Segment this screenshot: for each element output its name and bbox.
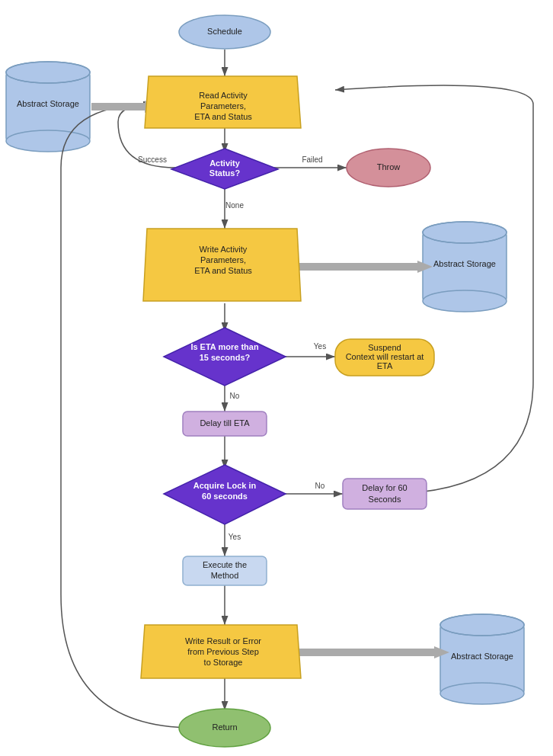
activity-status-label-1: Activity bbox=[209, 159, 241, 168]
write-activity-label-2: Parameters, bbox=[200, 255, 246, 264]
delay-60-label-2: Seconds bbox=[369, 495, 401, 504]
abstract-storage-left: Abstract Storage bbox=[6, 62, 90, 152]
success-label: Success bbox=[138, 155, 167, 164]
storage-right-bot-label: Abstract Storage bbox=[451, 652, 513, 661]
svg-point-12 bbox=[440, 683, 524, 704]
execute-label-1: Execute the bbox=[203, 560, 247, 569]
throw-label: Throw bbox=[377, 162, 401, 171]
suspend-label-2: Context will restart at bbox=[346, 352, 424, 361]
acquire-lock-label-2: 60 seconds bbox=[202, 492, 248, 501]
write-result-label-3: to Storage bbox=[204, 658, 243, 667]
acquire-lock-label-1: Acquire Lock in bbox=[193, 481, 257, 490]
write-activity-label-1: Write Activity bbox=[200, 245, 248, 254]
abstract-storage-right-mid: Abstract Storage bbox=[423, 222, 507, 312]
suspend-label-1: Suspend bbox=[368, 343, 401, 352]
write-result-label-1: Write Result or Error bbox=[185, 636, 261, 645]
read-activity-label-3: ETA and Status bbox=[194, 112, 252, 121]
read-activity-label-2: Parameters, bbox=[200, 101, 246, 111]
delay-60-label-1: Delay for 60 bbox=[362, 483, 407, 492]
storage-right-mid-label: Abstract Storage bbox=[433, 259, 496, 268]
svg-point-8 bbox=[423, 290, 507, 312]
is-eta-label-1: Is ETA more than bbox=[190, 342, 259, 351]
write-activity-node bbox=[143, 229, 301, 301]
return-label: Return bbox=[212, 722, 237, 732]
no2-label: No bbox=[315, 482, 325, 490]
abstract-storage-right-bot: Abstract Storage bbox=[440, 614, 524, 704]
suspend-label-3: ETA bbox=[377, 361, 393, 370]
activity-status-label-2: Status? bbox=[209, 168, 241, 178]
failed-label: Failed bbox=[302, 155, 322, 164]
yes2-label: Yes bbox=[229, 533, 241, 541]
storage-left-label: Abstract Storage bbox=[17, 99, 79, 108]
is-eta-label-2: 15 seconds? bbox=[200, 353, 251, 362]
no-label: No bbox=[230, 392, 240, 400]
read-activity-label-1: Read Activity bbox=[199, 91, 248, 100]
delay-eta-label: Delay till ETA bbox=[200, 418, 250, 428]
none-label: None bbox=[225, 201, 244, 210]
schedule-label: Schedule bbox=[207, 27, 242, 36]
yes-label: Yes bbox=[314, 342, 326, 351]
write-result-label-2: from Previous Step bbox=[187, 647, 259, 656]
execute-label-2: Method bbox=[211, 571, 239, 580]
write-activity-label-3: ETA and Status bbox=[194, 266, 252, 275]
svg-point-4 bbox=[6, 130, 90, 152]
